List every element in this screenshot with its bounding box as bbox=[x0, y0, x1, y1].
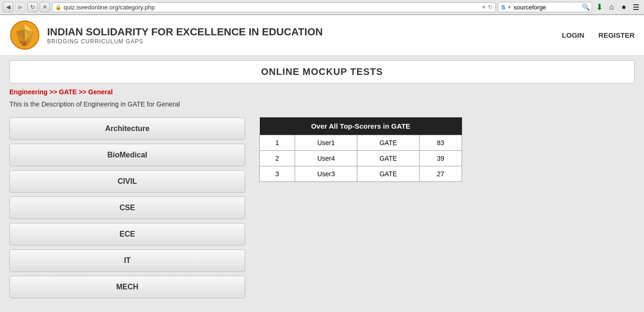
dropdown-icon: ▼ bbox=[507, 5, 512, 10]
category-mech[interactable]: MECH bbox=[9, 276, 245, 298]
forward-button[interactable]: ▶ bbox=[15, 2, 25, 12]
reload-icon: ↻ bbox=[488, 4, 493, 10]
star-icon[interactable]: ★ bbox=[619, 2, 629, 12]
score-2: 39 bbox=[419, 151, 462, 166]
page-wrapper: INDIAN SOLIDARITY FOR EXCELLENCE IN EDUC… bbox=[0, 15, 644, 312]
category-1: GATE bbox=[357, 135, 420, 151]
table-row: 1 User1 GATE 83 bbox=[260, 135, 462, 151]
site-title-group: INDIAN SOLIDARITY FOR EXCELLENCE IN EDUC… bbox=[47, 26, 323, 45]
description: This is the Description of Engineering i… bbox=[9, 100, 635, 108]
search-engine-icon: S bbox=[501, 4, 505, 11]
header-left: INDIAN SOLIDARITY FOR EXCELLENCE IN EDUC… bbox=[9, 20, 323, 50]
scorers-table: Over All Top-Scorers in GATE 1 User1 GAT… bbox=[259, 117, 462, 182]
menu-icon[interactable]: ☰ bbox=[631, 2, 641, 12]
search-input[interactable] bbox=[514, 4, 580, 11]
score-3: 27 bbox=[419, 166, 462, 182]
category-it[interactable]: IT bbox=[9, 249, 245, 272]
home-icon[interactable]: ⌂ bbox=[606, 2, 617, 12]
header-nav: LOGIN REGISTER bbox=[562, 31, 635, 39]
category-2: GATE bbox=[357, 151, 420, 166]
search-icon[interactable]: 🔍 bbox=[582, 3, 590, 11]
category-architecture[interactable]: Architecture bbox=[9, 117, 245, 140]
breadcrumb: Engineering >> GATE >> General bbox=[9, 88, 635, 96]
browser-chrome: ◀ ▶ ↻ ✕ 🔒 ▼ ↻ S ▼ 🔍 ⬇ ⌂ ★ ☰ bbox=[0, 0, 644, 15]
user-2: User4 bbox=[295, 151, 357, 166]
download-icon[interactable]: ⬇ bbox=[594, 2, 604, 12]
main-content: Engineering >> GATE >> General This is t… bbox=[0, 88, 644, 308]
lock-icon: 🔒 bbox=[55, 4, 62, 10]
back-button[interactable]: ◀ bbox=[3, 2, 13, 12]
page-title-bar: ONLINE MOCKUP TESTS bbox=[9, 60, 635, 83]
site-header: INDIAN SOLIDARITY FOR EXCELLENCE IN EDUC… bbox=[0, 15, 644, 56]
site-logo bbox=[9, 20, 40, 50]
browser-toolbar: ◀ ▶ ↻ ✕ 🔒 ▼ ↻ S ▼ 🔍 ⬇ ⌂ ★ ☰ bbox=[0, 0, 644, 15]
login-link[interactable]: LOGIN bbox=[562, 31, 585, 39]
category-ece[interactable]: ECE bbox=[9, 223, 245, 246]
page-title: ONLINE MOCKUP TESTS bbox=[261, 66, 383, 77]
address-bar[interactable]: 🔒 ▼ ↻ bbox=[52, 2, 496, 12]
category-cse[interactable]: CSE bbox=[9, 197, 245, 219]
stop-button[interactable]: ✕ bbox=[40, 2, 50, 12]
rank-3: 3 bbox=[260, 166, 295, 182]
category-3: GATE bbox=[357, 166, 420, 182]
rank-1: 1 bbox=[260, 135, 295, 151]
arrow-down-icon: ▼ bbox=[481, 5, 486, 10]
site-subtitle: BRIDGING CURRICULUM GAPS bbox=[47, 38, 323, 45]
table-row: 2 User4 GATE 39 bbox=[260, 151, 462, 166]
search-bar[interactable]: S ▼ 🔍 bbox=[498, 2, 592, 12]
register-link[interactable]: REGISTER bbox=[598, 31, 635, 39]
table-row: 3 User3 GATE 27 bbox=[260, 166, 462, 182]
reload-button[interactable]: ↻ bbox=[27, 2, 38, 12]
category-list: Architecture BioMedical CIVIL CSE ECE IT… bbox=[9, 117, 245, 298]
user-1: User1 bbox=[295, 135, 357, 151]
score-1: 83 bbox=[419, 135, 462, 151]
rank-2: 2 bbox=[260, 151, 295, 166]
scorers-section: Over All Top-Scorers in GATE 1 User1 GAT… bbox=[259, 117, 635, 182]
site-title: INDIAN SOLIDARITY FOR EXCELLENCE IN EDUC… bbox=[47, 26, 323, 38]
content-layout: Architecture BioMedical CIVIL CSE ECE IT… bbox=[9, 117, 635, 298]
toolbar-icons: ⬇ ⌂ ★ ☰ bbox=[594, 2, 641, 12]
user-3: User3 bbox=[295, 166, 357, 182]
category-biomedical[interactable]: BioMedical bbox=[9, 144, 245, 166]
scorers-table-title: Over All Top-Scorers in GATE bbox=[260, 117, 462, 135]
category-civil[interactable]: CIVIL bbox=[9, 170, 245, 193]
url-input[interactable] bbox=[64, 4, 479, 11]
